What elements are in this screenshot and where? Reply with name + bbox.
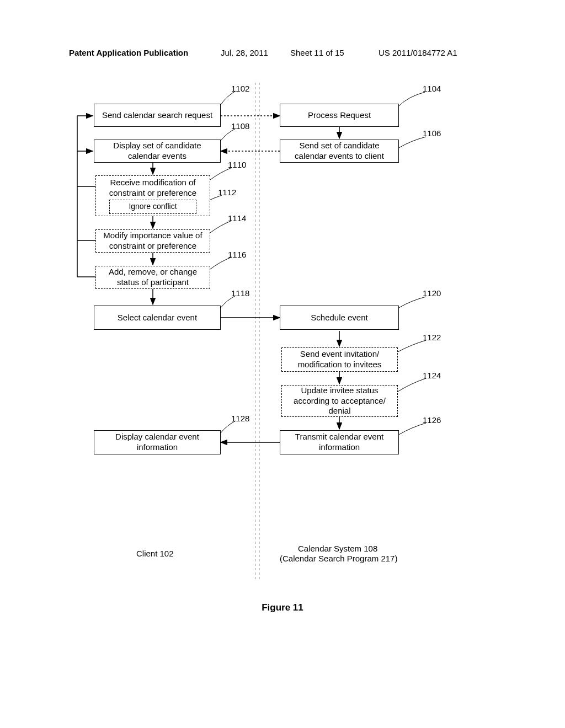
box-1108: Display set of candidate calendar events <box>94 140 221 163</box>
ref-1114: 1114 <box>228 213 246 223</box>
docnum-label: US 2011/0184772 A1 <box>379 48 457 57</box>
box-1118: Select calendar event <box>94 306 221 330</box>
ref-1106: 1106 <box>423 129 441 138</box>
ref-1104: 1104 <box>423 84 441 93</box>
box-1124: Update invitee status according to accep… <box>281 385 398 417</box>
ref-1128: 1128 <box>231 414 249 423</box>
column-right-label-2: (Calendar Search Program 217) <box>280 554 397 563</box>
ref-1102: 1102 <box>231 84 249 93</box>
box-1104: Process Request <box>280 104 399 127</box>
figure-label: Figure 11 <box>0 602 565 613</box>
box-1106: Send set of candidate calendar events to… <box>280 140 399 163</box>
date-label: Jul. 28, 2011 <box>221 48 268 57</box>
ref-1118: 1118 <box>231 288 249 298</box>
box-1112: Ignore conflict <box>109 200 196 214</box>
box-1110-text: Receive modification of constraint or pr… <box>99 178 206 199</box>
column-right-label-1: Calendar System 108 <box>298 544 377 553</box>
ref-1126: 1126 <box>423 415 441 425</box>
box-1126: Transmit calendar event information <box>280 430 399 454</box>
column-left-label: Client 102 <box>136 549 174 558</box>
box-1102: Send calendar search request <box>94 104 221 127</box>
diagram-canvas: Send calendar search request Display set… <box>0 66 565 651</box>
publication-label: Patent Application Publication <box>69 48 188 57</box>
sheet-label: Sheet 11 of 15 <box>290 48 344 57</box>
box-1116: Add, remove, or change status of partici… <box>95 266 210 289</box>
ref-1122: 1122 <box>423 333 441 342</box>
box-1120: Schedule event <box>280 306 399 330</box>
box-1128: Display calendar event information <box>94 430 221 454</box>
ref-1110: 1110 <box>228 160 246 169</box>
box-1114: Modify importance value of constraint or… <box>95 229 210 253</box>
ref-1112: 1112 <box>218 188 236 197</box>
ref-1116: 1116 <box>228 250 246 259</box>
ref-1108: 1108 <box>231 121 249 131</box>
ref-1124: 1124 <box>423 371 441 380</box>
box-1122: Send event invitation/ modification to i… <box>281 347 398 372</box>
ref-1120: 1120 <box>423 288 441 298</box>
